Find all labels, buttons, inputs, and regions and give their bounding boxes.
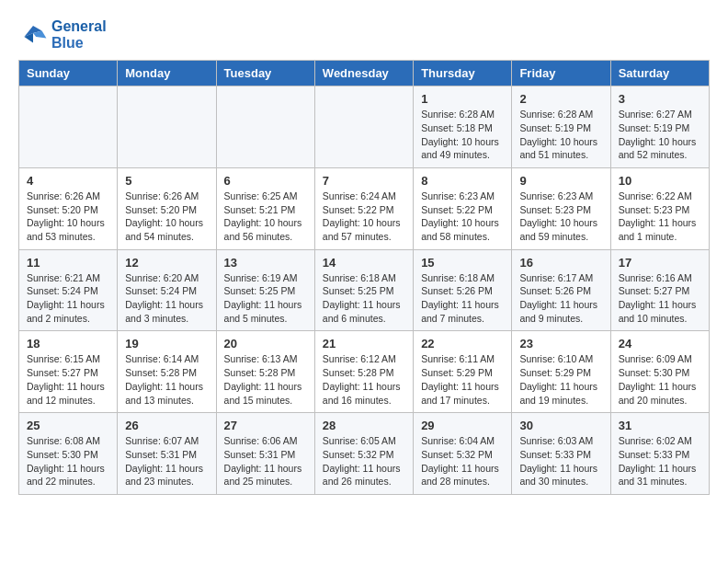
day-number: 10	[619, 174, 701, 188]
calendar-cell: 18Sunrise: 6:15 AM Sunset: 5:27 PM Dayli…	[19, 331, 118, 413]
calendar-cell: 11Sunrise: 6:21 AM Sunset: 5:24 PM Dayli…	[19, 249, 118, 331]
day-number: 26	[125, 419, 208, 432]
day-info: Sunrise: 6:27 AM Sunset: 5:19 PM Dayligh…	[619, 108, 701, 162]
day-info: Sunrise: 6:18 AM Sunset: 5:26 PM Dayligh…	[421, 271, 504, 326]
column-header-sunday: Sunday	[19, 61, 118, 86]
day-info: Sunrise: 6:04 AM Sunset: 5:32 PM Dayligh…	[421, 434, 504, 488]
day-number: 27	[224, 419, 307, 432]
calendar-cell: 10Sunrise: 6:22 AM Sunset: 5:23 PM Dayli…	[610, 167, 709, 249]
calendar-week-3: 11Sunrise: 6:21 AM Sunset: 5:24 PM Dayli…	[19, 249, 710, 331]
calendar-week-5: 25Sunrise: 6:08 AM Sunset: 5:30 PM Dayli…	[19, 413, 710, 495]
logo-icon	[18, 22, 48, 48]
day-number: 23	[519, 337, 602, 350]
day-info: Sunrise: 6:12 AM Sunset: 5:28 PM Dayligh…	[323, 352, 405, 407]
day-info: Sunrise: 6:26 AM Sunset: 5:20 PM Dayligh…	[27, 190, 109, 244]
calendar-header: SundayMondayTuesdayWednesdayThursdayFrid…	[19, 61, 710, 86]
day-number: 11	[27, 256, 109, 270]
calendar-table: SundayMondayTuesdayWednesdayThursdayFrid…	[18, 60, 710, 495]
day-number: 31	[619, 419, 701, 432]
calendar-cell: 21Sunrise: 6:12 AM Sunset: 5:28 PM Dayli…	[314, 331, 413, 413]
day-info: Sunrise: 6:13 AM Sunset: 5:28 PM Dayligh…	[224, 352, 307, 407]
day-info: Sunrise: 6:11 AM Sunset: 5:29 PM Dayligh…	[421, 352, 504, 407]
calendar-body: 1Sunrise: 6:28 AM Sunset: 5:18 PM Daylig…	[19, 86, 710, 495]
calendar-cell: 6Sunrise: 6:25 AM Sunset: 5:21 PM Daylig…	[216, 167, 314, 249]
calendar-cell: 25Sunrise: 6:08 AM Sunset: 5:30 PM Dayli…	[19, 413, 118, 495]
column-header-monday: Monday	[118, 61, 216, 86]
day-number: 13	[224, 256, 307, 270]
calendar-cell: 23Sunrise: 6:10 AM Sunset: 5:29 PM Dayli…	[512, 331, 610, 413]
day-info: Sunrise: 6:26 AM Sunset: 5:20 PM Dayligh…	[125, 190, 208, 244]
day-info: Sunrise: 6:02 AM Sunset: 5:33 PM Dayligh…	[619, 434, 701, 488]
column-header-tuesday: Tuesday	[216, 61, 314, 86]
calendar-cell: 29Sunrise: 6:04 AM Sunset: 5:32 PM Dayli…	[414, 413, 512, 495]
day-info: Sunrise: 6:20 AM Sunset: 5:24 PM Dayligh…	[125, 271, 208, 326]
day-number: 14	[323, 256, 405, 270]
calendar-cell: 5Sunrise: 6:26 AM Sunset: 5:20 PM Daylig…	[118, 167, 216, 249]
day-number: 24	[619, 337, 701, 350]
day-number: 18	[27, 337, 109, 350]
day-number: 3	[619, 92, 701, 106]
day-number: 20	[224, 337, 307, 350]
day-number: 12	[125, 256, 208, 270]
day-info: Sunrise: 6:24 AM Sunset: 5:22 PM Dayligh…	[323, 190, 405, 244]
logo-text: General Blue	[51, 18, 107, 51]
calendar-cell: 16Sunrise: 6:17 AM Sunset: 5:26 PM Dayli…	[512, 249, 610, 331]
calendar-cell: 7Sunrise: 6:24 AM Sunset: 5:22 PM Daylig…	[314, 167, 413, 249]
day-info: Sunrise: 6:28 AM Sunset: 5:18 PM Dayligh…	[421, 108, 504, 162]
logo: General Blue	[18, 18, 107, 51]
calendar-cell	[314, 86, 413, 168]
calendar-cell: 4Sunrise: 6:26 AM Sunset: 5:20 PM Daylig…	[19, 167, 118, 249]
day-number: 5	[125, 174, 208, 188]
day-info: Sunrise: 6:15 AM Sunset: 5:27 PM Dayligh…	[27, 352, 109, 407]
calendar-cell: 27Sunrise: 6:06 AM Sunset: 5:31 PM Dayli…	[216, 413, 314, 495]
day-info: Sunrise: 6:16 AM Sunset: 5:27 PM Dayligh…	[619, 271, 701, 326]
day-number: 7	[323, 174, 405, 188]
calendar-cell: 19Sunrise: 6:14 AM Sunset: 5:28 PM Dayli…	[118, 331, 216, 413]
calendar-cell	[19, 86, 118, 168]
day-number: 15	[421, 256, 504, 270]
column-header-friday: Friday	[512, 61, 610, 86]
calendar-week-4: 18Sunrise: 6:15 AM Sunset: 5:27 PM Dayli…	[19, 331, 710, 413]
column-header-wednesday: Wednesday	[314, 61, 413, 86]
day-info: Sunrise: 6:23 AM Sunset: 5:23 PM Dayligh…	[519, 190, 602, 244]
day-number: 4	[27, 174, 109, 188]
calendar-cell: 3Sunrise: 6:27 AM Sunset: 5:19 PM Daylig…	[610, 86, 709, 168]
day-number: 30	[519, 419, 602, 432]
calendar-cell: 12Sunrise: 6:20 AM Sunset: 5:24 PM Dayli…	[118, 249, 216, 331]
day-info: Sunrise: 6:17 AM Sunset: 5:26 PM Dayligh…	[519, 271, 602, 326]
day-number: 25	[27, 419, 109, 432]
day-number: 22	[421, 337, 504, 350]
day-info: Sunrise: 6:07 AM Sunset: 5:31 PM Dayligh…	[125, 434, 208, 488]
header-row: SundayMondayTuesdayWednesdayThursdayFrid…	[19, 61, 710, 86]
day-info: Sunrise: 6:28 AM Sunset: 5:19 PM Dayligh…	[519, 108, 602, 162]
day-number: 19	[125, 337, 208, 350]
calendar-cell: 1Sunrise: 6:28 AM Sunset: 5:18 PM Daylig…	[414, 86, 512, 168]
calendar-cell: 13Sunrise: 6:19 AM Sunset: 5:25 PM Dayli…	[216, 249, 314, 331]
column-header-thursday: Thursday	[414, 61, 512, 86]
calendar-cell: 30Sunrise: 6:03 AM Sunset: 5:33 PM Dayli…	[512, 413, 610, 495]
calendar-cell: 26Sunrise: 6:07 AM Sunset: 5:31 PM Dayli…	[118, 413, 216, 495]
day-info: Sunrise: 6:06 AM Sunset: 5:31 PM Dayligh…	[224, 434, 307, 488]
page-header: General Blue	[18, 18, 710, 51]
calendar-cell: 24Sunrise: 6:09 AM Sunset: 5:30 PM Dayli…	[610, 331, 709, 413]
day-info: Sunrise: 6:25 AM Sunset: 5:21 PM Dayligh…	[224, 190, 307, 244]
day-number: 9	[519, 174, 602, 188]
calendar-cell: 22Sunrise: 6:11 AM Sunset: 5:29 PM Dayli…	[414, 331, 512, 413]
day-info: Sunrise: 6:10 AM Sunset: 5:29 PM Dayligh…	[519, 352, 602, 407]
calendar-cell: 17Sunrise: 6:16 AM Sunset: 5:27 PM Dayli…	[610, 249, 709, 331]
day-number: 1	[421, 92, 504, 106]
calendar-cell	[216, 86, 314, 168]
day-number: 8	[421, 174, 504, 188]
day-number: 21	[323, 337, 405, 350]
day-info: Sunrise: 6:22 AM Sunset: 5:23 PM Dayligh…	[619, 190, 701, 244]
day-info: Sunrise: 6:05 AM Sunset: 5:32 PM Dayligh…	[323, 434, 405, 488]
day-number: 6	[224, 174, 307, 188]
calendar-cell: 20Sunrise: 6:13 AM Sunset: 5:28 PM Dayli…	[216, 331, 314, 413]
calendar-week-1: 1Sunrise: 6:28 AM Sunset: 5:18 PM Daylig…	[19, 86, 710, 168]
day-info: Sunrise: 6:09 AM Sunset: 5:30 PM Dayligh…	[619, 352, 701, 407]
day-info: Sunrise: 6:23 AM Sunset: 5:22 PM Dayligh…	[421, 190, 504, 244]
calendar-cell: 31Sunrise: 6:02 AM Sunset: 5:33 PM Dayli…	[610, 413, 709, 495]
calendar-cell	[118, 86, 216, 168]
calendar-cell: 15Sunrise: 6:18 AM Sunset: 5:26 PM Dayli…	[414, 249, 512, 331]
day-number: 16	[519, 256, 602, 270]
